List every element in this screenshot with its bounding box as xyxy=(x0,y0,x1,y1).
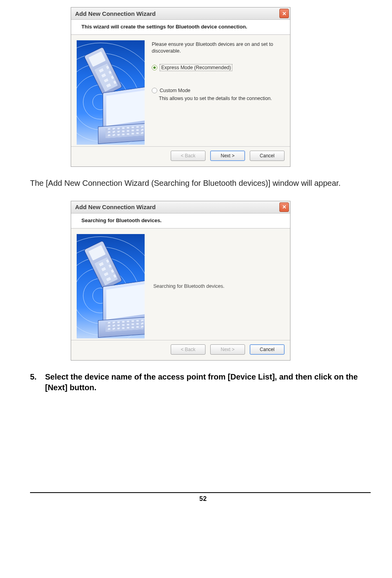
next-button[interactable]: Next > xyxy=(210,151,245,161)
radio-unselected-icon xyxy=(152,88,157,93)
wizard-dialog-2: Add New Connection Wizard ✕ Searching fo… xyxy=(71,201,290,361)
titlebar[interactable]: Add New Connection Wizard ✕ xyxy=(71,8,290,20)
window-title: Add New Connection Wizard xyxy=(75,10,156,17)
next-button[interactable]: Next > xyxy=(210,344,245,355)
status-text: Searching for Bluetooth devices. xyxy=(152,234,285,338)
wizard-heading: Searching for Bluetooth devices. xyxy=(71,213,290,229)
window-title: Add New Connection Wizard xyxy=(75,204,156,210)
footer-divider xyxy=(30,492,371,493)
radio-express-mode[interactable]: Express Mode (Recommended) xyxy=(152,64,285,71)
cancel-button[interactable]: Cancel xyxy=(250,344,285,355)
step-5: 5. Select the device name of the access … xyxy=(30,372,371,393)
step-number: 5. xyxy=(30,372,40,393)
cancel-button[interactable]: Cancel xyxy=(250,151,285,161)
back-button[interactable]: < Back xyxy=(171,151,205,161)
wizard-illustration xyxy=(77,40,145,145)
radio-custom-label: Custom Mode xyxy=(160,88,190,93)
radio-custom-subtext: This allows you to set the details for t… xyxy=(159,96,285,101)
titlebar[interactable]: Add New Connection Wizard ✕ xyxy=(71,201,290,213)
doc-paragraph: The [Add New Connection Wizard (Searchin… xyxy=(30,178,376,189)
wizard-heading: This wizard will create the settings for… xyxy=(71,20,290,35)
close-icon: ✕ xyxy=(282,204,286,210)
close-icon: ✕ xyxy=(282,11,286,17)
intro-text: Please ensure your Bluetooth devices are… xyxy=(152,41,285,55)
close-button[interactable]: ✕ xyxy=(279,202,289,212)
wizard-illustration xyxy=(77,234,145,338)
wizard-dialog-1: Add New Connection Wizard ✕ This wizard … xyxy=(71,7,290,167)
radio-custom-mode[interactable]: Custom Mode xyxy=(152,88,285,93)
page-number: 52 xyxy=(30,495,376,508)
step-text: Select the device name of the access poi… xyxy=(45,372,371,393)
close-button[interactable]: ✕ xyxy=(279,9,289,18)
radio-selected-icon xyxy=(152,65,157,70)
radio-express-label: Express Mode (Recommended) xyxy=(160,64,232,71)
back-button[interactable]: < Back xyxy=(171,344,205,355)
